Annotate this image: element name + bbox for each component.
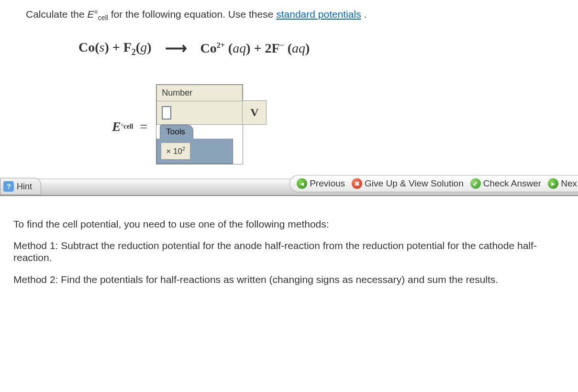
number-header: Number <box>156 85 243 101</box>
prompt-mid: for the following equation. Use these <box>108 9 276 20</box>
prompt-deg: ° <box>94 9 98 20</box>
method-2: Method 2: Find the potentials for half-r… <box>13 273 549 285</box>
standard-potentials-link[interactable]: standard potentials <box>276 9 361 20</box>
check-icon: ✔ <box>470 178 481 189</box>
answer-input[interactable] <box>162 106 171 120</box>
check-answer-button[interactable]: ✔ Check Answer <box>470 178 541 189</box>
question-prompt: Calculate the E°cell for the following e… <box>26 8 559 22</box>
prompt-pre: Calculate the <box>26 9 87 20</box>
unit-label: V <box>243 100 267 125</box>
hint-icon: ? <box>3 181 14 192</box>
next-button[interactable]: ► Nex <box>548 178 577 189</box>
method-1: Method 1: Subtract the reduction potenti… <box>13 240 549 263</box>
hint-button[interactable]: ? Hint <box>0 178 41 195</box>
sci-notation-button[interactable]: × 102 <box>161 142 190 160</box>
prompt-sub: cell <box>98 14 108 22</box>
prompt-e: E <box>87 9 94 20</box>
previous-button[interactable]: ◄ Previous <box>297 178 345 189</box>
give-up-button[interactable]: ✖ Give Up & View Solution <box>352 178 464 189</box>
methods-intro: To find the cell potential, you need to … <box>13 218 549 230</box>
tools-tab[interactable]: Tools <box>160 125 193 139</box>
give-up-icon: ✖ <box>352 178 362 189</box>
next-icon: ► <box>548 178 558 189</box>
prompt-post: . <box>361 9 367 20</box>
arrow-icon: ⟶ <box>165 39 187 57</box>
chemical-equation: Co(s) + F2(g) ⟶ Co2+ (aq) + 2F− (aq) <box>78 39 559 57</box>
ecell-label: E°cell = <box>112 114 150 134</box>
previous-icon: ◄ <box>297 178 307 189</box>
